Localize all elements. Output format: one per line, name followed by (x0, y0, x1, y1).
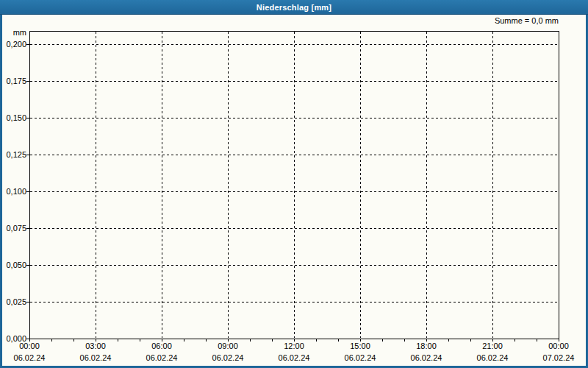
x-tick-date-label: 07.02.24 (535, 353, 582, 362)
x-tick-time-label: 09:00 (204, 342, 251, 350)
y-tick-label: 0,075 (0, 224, 26, 233)
x-tick-date-label: 06.02.24 (337, 353, 384, 362)
y-tick-label: 0,150 (0, 113, 26, 122)
y-tick-label: 0,050 (0, 261, 26, 269)
y-tick-label: 0,100 (0, 187, 26, 196)
x-tick-time-label: 12:00 (270, 342, 318, 350)
y-axis-unit-label: mm (0, 28, 26, 37)
x-tick-date-label: 06.02.24 (469, 353, 516, 362)
x-tick-date-label: 06.02.24 (270, 353, 318, 362)
x-tick-time-label: 03:00 (72, 342, 119, 350)
x-tick-time-label: 21:00 (469, 342, 516, 350)
chart-region: Summe = 0,0 mm mm 0,0000,0250,0500,0750,… (0, 0, 588, 368)
y-tick-label: 0,125 (0, 150, 26, 159)
sum-label: Summe = 0,0 mm (495, 16, 559, 26)
y-tick-label: 0,200 (0, 40, 26, 49)
x-tick-time-label: 06:00 (138, 342, 185, 350)
x-tick-date-label: 06.02.24 (403, 353, 450, 362)
y-tick-label: 0,025 (0, 297, 26, 306)
y-tick-label: 0,175 (0, 77, 26, 85)
x-tick-time-label: 00:00 (6, 342, 53, 350)
x-tick-date-label: 06.02.24 (204, 353, 251, 362)
x-tick-time-label: 18:00 (403, 342, 450, 350)
x-tick-date-label: 06.02.24 (6, 353, 53, 362)
x-tick-time-label: 15:00 (337, 342, 384, 350)
window-frame-left (0, 15, 2, 368)
plot-grid-svg (0, 0, 588, 368)
chart-window: Niederschlag [mm] Summe = 0,0 mm mm 0,00… (0, 0, 588, 368)
x-tick-time-label: 00:00 (535, 342, 582, 350)
x-tick-date-label: 06.02.24 (72, 353, 119, 362)
x-tick-date-label: 06.02.24 (138, 353, 185, 362)
